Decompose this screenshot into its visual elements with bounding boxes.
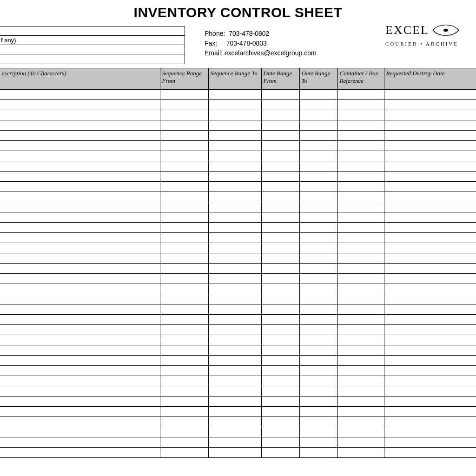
table-cell[interactable] — [299, 386, 337, 397]
table-cell[interactable] — [299, 304, 337, 315]
table-cell[interactable] — [261, 120, 299, 131]
table-cell[interactable] — [384, 90, 476, 100]
table-cell[interactable] — [160, 427, 208, 437]
table-cell[interactable] — [160, 417, 208, 427]
table-cell[interactable] — [261, 161, 299, 172]
table-cell[interactable] — [0, 294, 160, 304]
table-cell[interactable] — [261, 397, 299, 407]
table-cell[interactable] — [261, 253, 299, 264]
table-cell[interactable] — [299, 161, 337, 172]
table-cell[interactable] — [337, 397, 384, 407]
table-cell[interactable] — [261, 356, 299, 366]
table-cell[interactable] — [160, 284, 208, 294]
table-cell[interactable] — [261, 90, 299, 100]
table-cell[interactable] — [0, 427, 160, 437]
table-cell[interactable] — [208, 356, 261, 366]
table-cell[interactable] — [0, 182, 160, 192]
table-cell[interactable] — [299, 243, 337, 253]
table-cell[interactable] — [160, 223, 208, 233]
table-cell[interactable] — [337, 366, 384, 376]
table-cell[interactable] — [0, 345, 160, 356]
table-cell[interactable] — [261, 141, 299, 151]
table-cell[interactable] — [208, 161, 261, 172]
table-cell[interactable] — [160, 386, 208, 397]
table-cell[interactable] — [299, 294, 337, 304]
table-cell[interactable] — [299, 110, 337, 120]
table-cell[interactable] — [337, 448, 384, 458]
table-cell[interactable] — [160, 437, 208, 448]
table-cell[interactable] — [0, 192, 160, 202]
table-cell[interactable] — [299, 315, 337, 325]
table-cell[interactable] — [384, 366, 476, 376]
table-cell[interactable] — [0, 335, 160, 345]
table-cell[interactable] — [208, 253, 261, 264]
table-cell[interactable] — [384, 274, 476, 284]
table-cell[interactable] — [261, 264, 299, 274]
table-cell[interactable] — [337, 294, 384, 304]
table-cell[interactable] — [299, 397, 337, 407]
table-cell[interactable] — [0, 356, 160, 366]
table-cell[interactable] — [384, 264, 476, 274]
table-cell[interactable] — [0, 284, 160, 294]
table-cell[interactable] — [261, 212, 299, 223]
table-cell[interactable] — [160, 151, 208, 161]
table-cell[interactable] — [160, 161, 208, 172]
table-cell[interactable] — [0, 141, 160, 151]
table-cell[interactable] — [160, 366, 208, 376]
table-cell[interactable] — [0, 151, 160, 161]
table-cell[interactable] — [384, 243, 476, 253]
table-cell[interactable] — [261, 427, 299, 437]
table-cell[interactable] — [0, 274, 160, 284]
table-cell[interactable] — [208, 274, 261, 284]
table-cell[interactable] — [337, 233, 384, 243]
table-cell[interactable] — [261, 294, 299, 304]
table-cell[interactable] — [208, 90, 261, 100]
table-cell[interactable] — [0, 120, 160, 131]
table-cell[interactable] — [261, 345, 299, 356]
table-cell[interactable] — [384, 212, 476, 223]
table-cell[interactable] — [0, 243, 160, 253]
table-cell[interactable] — [261, 366, 299, 376]
table-cell[interactable] — [299, 100, 337, 110]
table-cell[interactable] — [208, 212, 261, 223]
table-cell[interactable] — [208, 335, 261, 345]
table-cell[interactable] — [0, 212, 160, 223]
table-cell[interactable] — [299, 141, 337, 151]
table-cell[interactable] — [337, 151, 384, 161]
table-cell[interactable] — [337, 172, 384, 182]
info-row-1[interactable] — [0, 26, 185, 36]
table-cell[interactable] — [261, 437, 299, 448]
table-cell[interactable] — [337, 90, 384, 100]
table-cell[interactable] — [384, 161, 476, 172]
table-cell[interactable] — [208, 264, 261, 274]
table-cell[interactable] — [337, 315, 384, 325]
table-cell[interactable] — [337, 356, 384, 366]
table-cell[interactable] — [160, 141, 208, 151]
table-cell[interactable] — [384, 100, 476, 110]
table-cell[interactable] — [208, 120, 261, 131]
table-cell[interactable] — [299, 417, 337, 427]
table-cell[interactable] — [299, 172, 337, 182]
table-cell[interactable] — [337, 417, 384, 427]
table-cell[interactable] — [337, 120, 384, 131]
table-cell[interactable] — [208, 345, 261, 356]
table-cell[interactable] — [384, 345, 476, 356]
table-cell[interactable] — [261, 386, 299, 397]
table-cell[interactable] — [160, 315, 208, 325]
table-cell[interactable] — [337, 161, 384, 172]
table-cell[interactable] — [299, 202, 337, 212]
table-cell[interactable] — [160, 448, 208, 458]
table-cell[interactable] — [299, 131, 337, 141]
table-cell[interactable] — [160, 304, 208, 315]
table-cell[interactable] — [261, 274, 299, 284]
table-cell[interactable] — [337, 284, 384, 294]
table-cell[interactable] — [337, 386, 384, 397]
table-cell[interactable] — [160, 264, 208, 274]
table-cell[interactable] — [261, 448, 299, 458]
table-cell[interactable] — [0, 397, 160, 407]
table-cell[interactable] — [0, 172, 160, 182]
table-cell[interactable] — [160, 376, 208, 386]
table-cell[interactable] — [337, 141, 384, 151]
table-cell[interactable] — [160, 172, 208, 182]
table-cell[interactable] — [384, 151, 476, 161]
